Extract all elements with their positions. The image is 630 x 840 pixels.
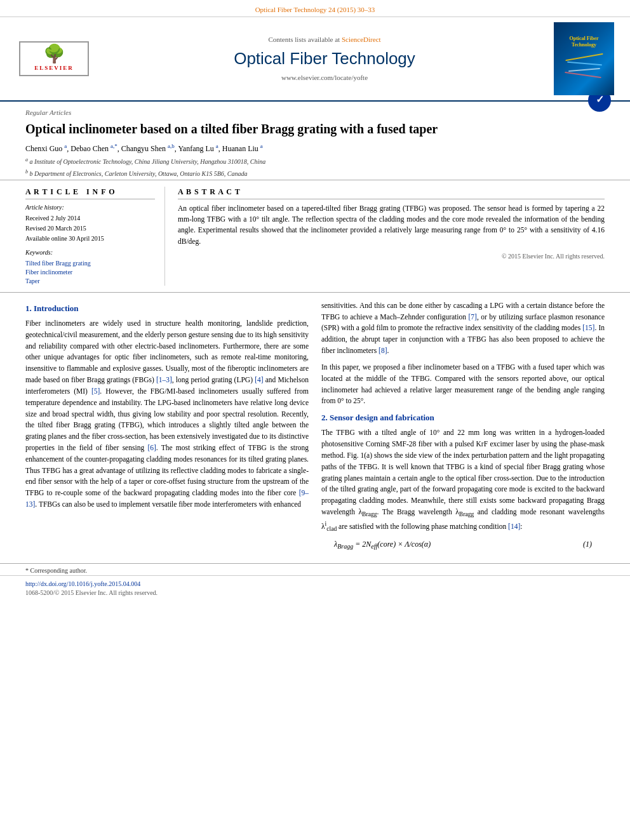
main-content: 1. Introduction Fiber inclinometers are … — [0, 293, 630, 561]
article-section: Regular Articles Optical inclinometer ba… — [0, 102, 630, 180]
available-date: Available online 30 April 2015 — [25, 234, 155, 243]
received-date: Received 2 July 2014 — [25, 214, 155, 223]
doi-link[interactable]: http://dx.doi.org/10.1016/j.yofte.2015.0… — [25, 580, 605, 589]
abstract-column: A B S T R A C T An optical fiber inclino… — [178, 187, 605, 286]
formula-number-1: (1) — [583, 539, 592, 550]
journal-cover: Optical Fiber Technology — [554, 22, 614, 95]
ref-6: [6] — [147, 444, 156, 451]
formula-1: λBragg = 2Neff(core) × Λ/cos(α) (1) — [334, 539, 605, 551]
ref-7: [7] — [468, 313, 476, 321]
ref-14: [14] — [508, 523, 520, 530]
intro-heading: 1. Introduction — [25, 303, 309, 314]
article-info-abstract-section: A R T I C L E I N F O Article history: R… — [0, 180, 630, 293]
keyword-1: Tilted fiber Bragg grating — [25, 259, 155, 268]
right-para-3: The TFBG with a tilted angle of 10° and … — [321, 427, 605, 534]
history-label: Article history: — [25, 203, 155, 212]
sciencedirect-notice: Contents lists available at ScienceDirec… — [108, 35, 541, 44]
footnote-text: * Corresponding author. — [25, 564, 605, 575]
journal-reference: Optical Fiber Technology 24 (2015) 30–33 — [255, 6, 375, 13]
ref-1-3: [1–3] — [156, 376, 172, 383]
article-title: Optical inclinometer based on a tilted f… — [25, 121, 582, 137]
ref-15: [15] — [582, 324, 594, 331]
sciencedirect-link[interactable]: ScienceDirect — [342, 36, 381, 43]
keywords-section: Keywords: Tilted fiber Bragg grating Fib… — [25, 248, 155, 286]
affiliation-b: b b Department of Electronics, Carleton … — [25, 168, 582, 178]
elsevier-logo: 🌳 ELSEVIER — [13, 41, 95, 76]
ref-5: [5] — [91, 387, 100, 395]
abstract-text: An optical fiber inclinometer based on a… — [178, 203, 605, 247]
article-info-column: A R T I C L E I N F O Article history: R… — [25, 187, 165, 286]
abstract-heading: A B S T R A C T — [178, 187, 605, 199]
elsevier-logo-area: 🌳 ELSEVIER — [13, 41, 95, 76]
elsevier-wordmark: ELSEVIER — [34, 64, 74, 72]
footnote-area: * Corresponding author. — [0, 563, 630, 575]
journal-cover-area: Optical Fiber Technology — [554, 22, 617, 95]
authors-line: Chenxi Guo a, Debao Chen a,*, Changyu Sh… — [25, 142, 582, 154]
right-para-2: In this paper, we proposed a fiber incli… — [321, 362, 605, 407]
top-bar: Optical Fiber Technology 24 (2015) 30–33 — [0, 0, 630, 17]
page-footer: http://dx.doi.org/10.1016/j.yofte.2015.0… — [0, 575, 630, 601]
copyright-notice: © 2015 Elsevier Inc. All rights reserved… — [178, 252, 605, 261]
cover-title: Optical Fiber Technology — [558, 36, 610, 48]
ref-4: [4] — [255, 376, 263, 383]
journal-title: Optical Fiber Technology — [108, 47, 541, 70]
section2-heading: 2. Sensor design and fabrication — [321, 412, 605, 423]
ref-9-13: [9–13] — [25, 489, 309, 508]
journal-title-area: Contents lists available at ScienceDirec… — [95, 35, 554, 83]
issn-copyright: 1068-5200/© 2015 Elsevier Inc. All right… — [25, 589, 605, 597]
keyword-3: Taper — [25, 277, 155, 286]
cover-illustration — [562, 50, 607, 82]
elsevier-logo-box: 🌳 ELSEVIER — [19, 41, 89, 76]
keyword-2: Fiber inclinometer — [25, 268, 155, 277]
journal-url: www.elsevier.com/locate/yofte — [108, 73, 541, 83]
article-section-label: Regular Articles — [25, 108, 605, 117]
intro-paragraph-1: Fiber inclinometers are widely used in s… — [25, 318, 309, 510]
left-column: 1. Introduction Fiber inclinometers are … — [25, 300, 309, 553]
article-info-heading: A R T I C L E I N F O — [25, 187, 155, 199]
right-column: sensitivities. And this can be done eith… — [321, 300, 605, 553]
revised-date: Revised 20 March 2015 — [25, 224, 155, 233]
journal-header: 🌳 ELSEVIER Contents lists available at S… — [0, 17, 630, 102]
keywords-label: Keywords: — [25, 248, 155, 257]
affiliation-a: a a Institute of Optoelectronic Technolo… — [25, 156, 582, 166]
elsevier-tree-icon: 🌳 — [43, 45, 65, 63]
ref-8: [8] — [379, 347, 387, 354]
right-para-1: sensitivities. And this can be done eith… — [321, 300, 605, 357]
